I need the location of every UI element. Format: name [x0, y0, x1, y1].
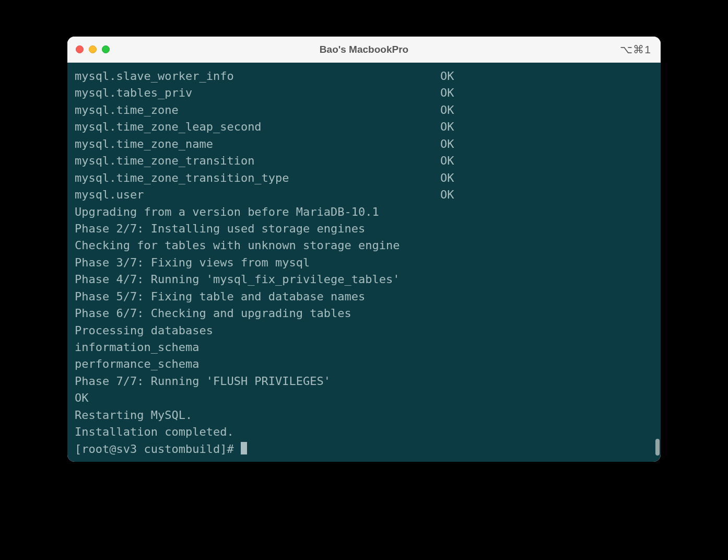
- table-name: mysql.user: [75, 186, 440, 203]
- table-row: mysql.slave_worker_info OK: [75, 68, 653, 85]
- cursor-icon: [241, 442, 247, 454]
- terminal-line: performance_schema: [75, 356, 653, 372]
- terminal-line: Installation completed.: [75, 424, 653, 440]
- terminal-line: Phase 2/7: Installing used storage engin…: [75, 220, 653, 237]
- minimize-button[interactable]: [89, 45, 97, 53]
- table-name: mysql.time_zone_name: [75, 136, 440, 153]
- table-name: mysql.tables_priv: [75, 85, 440, 101]
- close-button[interactable]: [76, 45, 84, 53]
- table-name: mysql.time_zone: [75, 102, 440, 119]
- terminal-line: OK: [75, 390, 653, 406]
- titlebar[interactable]: Bao's MacbookPro ⌥⌘1: [67, 37, 661, 63]
- table-status: OK: [440, 119, 454, 135]
- prompt-line[interactable]: [root@sv3 custombuild]#: [75, 441, 653, 458]
- terminal-line: Checking for tables with unknown storage…: [75, 237, 653, 254]
- terminal-line: Phase 7/7: Running 'FLUSH PRIVILEGES': [75, 373, 653, 390]
- table-status: OK: [440, 85, 454, 101]
- table-row: mysql.time_zone_name OK: [75, 136, 653, 153]
- table-row: mysql.time_zone OK: [75, 102, 653, 119]
- scrollbar-thumb[interactable]: [655, 439, 660, 456]
- table-row: mysql.user OK: [75, 186, 653, 203]
- terminal-line: Processing databases: [75, 322, 653, 339]
- terminal-line: Phase 3/7: Fixing views from mysql: [75, 254, 653, 271]
- window-title: Bao's MacbookPro: [67, 44, 661, 55]
- terminal-line: Upgrading from a version before MariaDB-…: [75, 204, 653, 220]
- terminal-body[interactable]: mysql.slave_worker_info OK mysql.tables_…: [67, 63, 661, 462]
- table-name: mysql.time_zone_transition: [75, 153, 440, 169]
- traffic-lights: [76, 45, 110, 53]
- table-row: mysql.time_zone_transition OK: [75, 153, 653, 169]
- table-row: mysql.tables_priv OK: [75, 85, 653, 101]
- terminal-window: Bao's MacbookPro ⌥⌘1 mysql.slave_worker_…: [67, 37, 661, 462]
- table-status: OK: [440, 136, 454, 153]
- table-row: mysql.time_zone_leap_second OK: [75, 119, 653, 135]
- table-status: OK: [440, 170, 454, 186]
- terminal-line: Phase 6/7: Checking and upgrading tables: [75, 305, 653, 322]
- window-shortcut: ⌥⌘1: [620, 43, 651, 56]
- terminal-line: Restarting MySQL.: [75, 407, 653, 424]
- table-name: mysql.time_zone_leap_second: [75, 119, 440, 135]
- table-name: mysql.slave_worker_info: [75, 68, 440, 85]
- table-status: OK: [440, 186, 454, 203]
- table-status: OK: [440, 68, 454, 85]
- table-name: mysql.time_zone_transition_type: [75, 170, 440, 186]
- table-status: OK: [440, 102, 454, 119]
- terminal-line: Phase 4/7: Running 'mysql_fix_privilege_…: [75, 271, 653, 288]
- terminal-line: Phase 5/7: Fixing table and database nam…: [75, 288, 653, 305]
- prompt-text: [root@sv3 custombuild]#: [75, 442, 241, 456]
- maximize-button[interactable]: [102, 45, 110, 53]
- table-status: OK: [440, 153, 454, 169]
- terminal-line: information_schema: [75, 339, 653, 356]
- table-row: mysql.time_zone_transition_type OK: [75, 170, 653, 186]
